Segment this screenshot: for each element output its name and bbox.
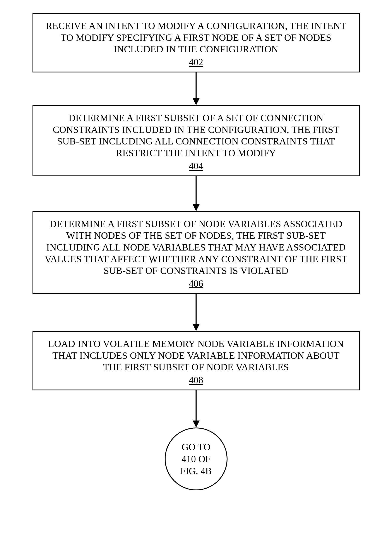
arrow-after-408 bbox=[192, 390, 200, 428]
step-404-number: 404 bbox=[189, 160, 203, 171]
arrow-icon bbox=[192, 72, 200, 105]
connector-line1: GO TO bbox=[182, 442, 211, 452]
connector-text: GO TO 410 OF FIG. 4B bbox=[180, 441, 212, 477]
step-408-text: LOAD INTO VOLATILE MEMORY NODE VARIABLE … bbox=[44, 338, 348, 373]
step-404-box: DETERMINE A FIRST SUBSET OF A SET OF CON… bbox=[32, 105, 360, 176]
step-408-number: 408 bbox=[189, 375, 203, 386]
step-408-box: LOAD INTO VOLATILE MEMORY NODE VARIABLE … bbox=[32, 331, 360, 390]
arrow-after-402 bbox=[192, 72, 200, 105]
arrow-after-406 bbox=[192, 294, 200, 331]
step-406-number: 406 bbox=[189, 278, 203, 289]
svg-marker-5 bbox=[193, 324, 199, 331]
arrow-icon bbox=[192, 176, 200, 211]
step-406-box: DETERMINE A FIRST SUBSET OF NODE VARIABL… bbox=[32, 211, 360, 294]
connector-line3: FIG. 4B bbox=[180, 466, 212, 476]
step-402-box: RECEIVE AN INTENT TO MODIFY A CONFIGURAT… bbox=[32, 13, 360, 72]
svg-marker-7 bbox=[193, 421, 199, 428]
arrow-after-404 bbox=[192, 176, 200, 211]
flowchart: RECEIVE AN INTENT TO MODIFY A CONFIGURAT… bbox=[32, 13, 360, 490]
arrow-icon bbox=[192, 294, 200, 331]
svg-marker-1 bbox=[193, 98, 199, 105]
step-402-number: 402 bbox=[189, 57, 203, 68]
connector-line2: 410 OF bbox=[181, 454, 211, 464]
arrow-icon bbox=[192, 390, 200, 428]
step-402-text: RECEIVE AN INTENT TO MODIFY A CONFIGURAT… bbox=[44, 20, 348, 55]
svg-marker-3 bbox=[193, 204, 199, 211]
step-406-text: DETERMINE A FIRST SUBSET OF NODE VARIABL… bbox=[44, 218, 348, 277]
step-404-text: DETERMINE A FIRST SUBSET OF A SET OF CON… bbox=[44, 112, 348, 159]
connector-circle: GO TO 410 OF FIG. 4B bbox=[165, 428, 227, 490]
